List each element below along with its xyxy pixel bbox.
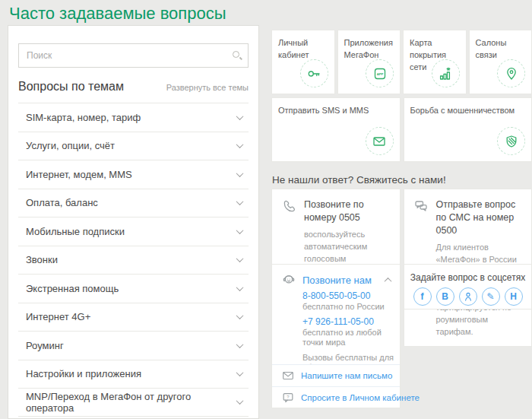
contact-cards: Позвоните по номеру 0505 воспользуйтесь … [271,189,532,260]
search-input[interactable] [18,43,249,68]
topic-item-roaming[interactable]: Роуминг [18,331,249,360]
tile-retail-stores[interactable]: Салоны связи [469,30,532,94]
call-0505-title: Позвоните по номеру 0505 [304,198,394,224]
write-letter-link[interactable]: Напишите нам письмо [301,371,392,380]
page-title: Часто задаваемые вопросы [9,4,226,24]
faq-topics-panel: Вопросы по темам Развернуть все темы SIM… [8,25,259,419]
chevron-down-icon [236,369,244,376]
search-box [18,43,249,68]
free-calls-note: Вызовы бесплатны для абонентов Столичног… [302,353,397,365]
chevron-down-icon [236,170,244,177]
h-network-icon[interactable]: H [505,287,523,306]
topic-item-calls[interactable]: Звонки [18,246,249,275]
chevron-up-icon[interactable] [385,277,392,284]
pencil-icon[interactable]: ✎ [482,287,500,306]
vk-icon[interactable]: B [436,287,454,306]
odnoklassniki-icon[interactable] [459,287,477,306]
tile-anti-fraud[interactable]: Борьба с мошенничеством [404,97,532,162]
search-icon[interactable] [232,50,242,61]
ask-cabinet-link[interactable]: Спросите в Личном кабинете [301,393,420,402]
question-bubble-icon: ? [281,391,295,405]
chevron-down-icon [236,227,244,234]
write-letter-row[interactable]: Напишите нам письмо [272,364,400,386]
tile-send-sms-mms[interactable]: Отправить SMS и MMS [271,97,401,162]
shield-icon [497,127,525,155]
topic-list: SIM-карта, номер, тариф Услуги, опции, с… [18,103,249,417]
topic-item-services[interactable]: Услуги, опции, счёт [18,132,249,160]
quick-links-row-2: Отправить SMS и MMS Борьба с мошенничест… [271,97,532,162]
topic-item-settings[interactable]: Настройки и приложения [18,360,249,389]
signal-bars-icon [432,59,460,87]
chevron-down-icon [236,341,244,348]
phone-number-russia[interactable]: 8-800-550-05-00 [302,291,391,301]
tile-personal-account[interactable]: Личный кабинет [271,30,335,94]
chevron-down-icon [236,198,244,205]
quick-links-row-1: Личный кабинет Приложения МегаФон APP Ка… [271,30,532,94]
topic-item-subscriptions[interactable]: Мобильные подписки [18,217,249,246]
contact-options-card: Позвоните нам 8-800-550-05-00 бесплатно … [271,264,401,408]
chevron-down-icon [236,113,244,120]
phone-world-note: бесплатно из любой точки мира [302,328,391,348]
call-us-link[interactable]: Позвоните нам [302,275,372,286]
svg-text:?: ? [287,395,290,399]
chevron-down-icon [236,255,244,262]
contact-heading: Не нашли ответ? Свяжитесь с нами! [272,174,446,186]
headset-icon [281,271,296,289]
svg-text:APP: APP [376,71,383,75]
envelope-icon [281,369,295,382]
topic-item-4g[interactable]: Интернет 4G+ [18,303,249,332]
social-heading: Задайте вопрос в соцсетях [404,272,531,283]
topic-item-internet[interactable]: Интернет, модем, MMS [18,160,249,189]
topics-heading: Вопросы по темам [18,80,124,94]
chevron-down-icon [236,141,244,148]
topic-item-sim[interactable]: SIM-карта, номер, тариф [18,103,249,132]
chevron-down-icon [236,284,244,291]
expand-all-link[interactable]: Развернуть все темы [166,83,249,92]
sms-0500-title: Отправьте вопрос по СМС на номер 0500 [436,198,526,237]
social-icons: f B ✎ H [404,287,531,306]
tile-coverage-map[interactable]: Карта покрытия сети [403,30,467,94]
phone-russia-note: бесплатно по России [302,302,391,313]
topic-item-payment[interactable]: Оплата, баланс [18,189,249,217]
phone-number-world[interactable]: +7 926-111-05-00 [302,317,391,327]
chevron-down-icon [236,397,244,405]
tile-megafon-apps[interactable]: Приложения МегаФон APP [337,30,401,94]
ask-cabinet-row[interactable]: ? Спросите в Личном кабинете [272,386,400,408]
map-pin-icon [497,59,525,87]
topic-item-mnp[interactable]: MNP/Переход в МегаФон от другого операто… [18,388,249,417]
call-us-toggle[interactable]: Позвоните нам [281,272,391,287]
call-us-section: Позвоните нам 8-800-550-05-00 бесплатно … [272,265,400,364]
topic-item-emergency[interactable]: Экстренная помощь [18,274,249,303]
topics-header: Вопросы по темам Развернуть все темы [18,80,249,95]
facebook-icon[interactable]: f [413,287,432,306]
envelope-icon [366,127,394,155]
key-icon [300,59,328,87]
social-card: Задайте вопрос в соцсетях f B ✎ H [404,264,532,309]
chevron-down-icon [236,312,244,319]
app-icon: APP [366,59,394,87]
